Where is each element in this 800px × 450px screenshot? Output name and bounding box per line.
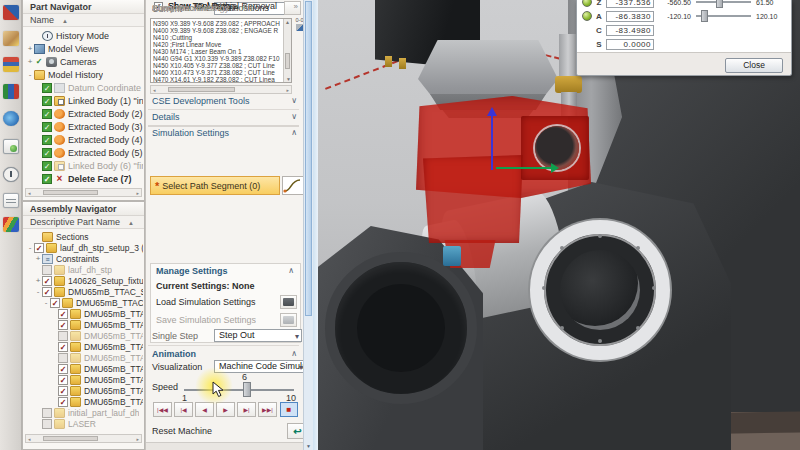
checkbox[interactable] xyxy=(42,122,52,132)
tree-row[interactable]: DMU65mB_TTAC xyxy=(24,341,143,352)
tree-row[interactable]: Linked Body (6) "finish_p xyxy=(24,159,143,172)
axis-slider[interactable] xyxy=(694,0,753,8)
go-to-end-button[interactable]: ▶▶| xyxy=(258,402,277,417)
tree-row[interactable]: DMU65mB_TTAC xyxy=(24,396,143,407)
assembly-navigator-column-header[interactable]: Descriptive Part Name xyxy=(23,216,144,229)
roles-icon[interactable] xyxy=(3,217,19,232)
nc-code-line[interactable]: N460 X10.473 Y-9.371 Z38.082 ; CUT Line xyxy=(153,69,282,76)
movie-capture-icon[interactable] xyxy=(3,57,19,72)
tree-row[interactable]: initial_part_lauf_dh xyxy=(24,407,143,418)
internet-icon[interactable] xyxy=(3,111,19,126)
history-icon[interactable] xyxy=(3,167,19,182)
axis-slider[interactable] xyxy=(694,10,753,22)
action-row[interactable]: Save Simulation Settings xyxy=(156,312,297,328)
nc-code-line[interactable]: N390 X9.389 Y-9.608 Z39.082 ; APPROACH xyxy=(153,20,282,27)
nc-code-line[interactable]: N430 M174 ; Laser Beam On 1 xyxy=(153,48,282,55)
tree-row[interactable]: + Constraints xyxy=(24,253,143,264)
tree-row[interactable]: DMU65mB_TTAC xyxy=(24,319,143,330)
action-row[interactable]: Simulation Settings xyxy=(152,0,301,16)
expander-icon[interactable]: - xyxy=(26,243,34,252)
checkbox[interactable] xyxy=(42,83,52,93)
dialog-scrollbar[interactable] xyxy=(303,0,313,450)
tree-row[interactable]: lauf_dh_stp xyxy=(24,264,143,275)
speed-slider-track[interactable] xyxy=(184,389,294,391)
tree-row[interactable]: DMU65mB_TTAC xyxy=(24,330,143,341)
horizontal-scrollbar[interactable] xyxy=(25,188,142,197)
nc-code-line[interactable]: N470 X14.61 Y-9.182 Z38.082 ; CUT Linea xyxy=(153,76,282,83)
nc-code-line[interactable]: N410 ;Cutting xyxy=(153,34,282,41)
nc-list-horizontal-scrollbar[interactable] xyxy=(150,85,292,94)
checkbox[interactable] xyxy=(58,386,68,396)
refresh-document-icon[interactable] xyxy=(3,139,19,154)
checkbox[interactable] xyxy=(42,419,52,429)
stop-button[interactable]: ■ xyxy=(280,402,298,417)
action-icon-button[interactable] xyxy=(280,313,297,327)
play-forward-button[interactable]: ▶ xyxy=(216,402,235,417)
expander-icon[interactable]: - xyxy=(34,287,42,296)
tree-row[interactable]: History Mode xyxy=(24,29,143,42)
select-path-segment-field[interactable]: Select Path Segment (0) xyxy=(150,176,280,195)
horizontal-scrollbar[interactable] xyxy=(25,434,142,443)
axis-value-field[interactable]: -83.4980 xyxy=(606,25,654,36)
tree-row[interactable]: DMU65mB_TTAC xyxy=(24,352,143,363)
group-details[interactable]: Details xyxy=(152,112,299,124)
nc-code-list[interactable]: N390 X9.389 Y-9.608 Z39.082 ; APPROACHN4… xyxy=(150,18,292,83)
reuse-library-icon[interactable] xyxy=(3,84,19,99)
expander-icon[interactable]: + xyxy=(26,44,34,53)
panel-resize-edge[interactable] xyxy=(313,0,318,450)
action-icon-button[interactable] xyxy=(284,1,301,15)
checkbox[interactable] xyxy=(42,135,52,145)
tree-row[interactable]: DMU65mB_TTAC xyxy=(24,374,143,385)
nc-code-line[interactable]: N400 X9.389 Y-9.608 Z38.082 ; ENGAGE R xyxy=(153,27,282,34)
tree-row[interactable]: Extracted Body (3) "AM F xyxy=(24,120,143,133)
tree-row[interactable]: - lauf_dh_stp_setup_3 (Order: C xyxy=(24,242,143,253)
checkbox[interactable] xyxy=(42,408,52,418)
command-finder-icon[interactable] xyxy=(3,5,19,20)
tree-row[interactable]: - Model History xyxy=(24,68,143,81)
notes-icon[interactable] xyxy=(3,193,19,208)
checkbox[interactable] xyxy=(58,309,68,319)
tree-row[interactable]: Datum Coordinate Syste xyxy=(24,81,143,94)
go-to-beginning-button[interactable]: |◀◀ xyxy=(153,402,172,417)
path-segment-curve-button[interactable] xyxy=(282,176,304,195)
nc-list-scrollbar[interactable] xyxy=(283,19,291,82)
checkbox[interactable] xyxy=(42,148,52,158)
checkbox[interactable] xyxy=(58,331,68,341)
expander-icon[interactable]: - xyxy=(42,298,50,307)
tree-row[interactable]: Extracted Body (2) "AM F xyxy=(24,107,143,120)
expander-icon[interactable]: + xyxy=(26,57,34,66)
hand-tool-icon[interactable] xyxy=(3,31,19,46)
axis-value-field[interactable]: 0.0000 xyxy=(606,39,654,50)
speed-slider-thumb[interactable] xyxy=(243,382,251,397)
tree-row[interactable]: Linked Body (1) "initial_p xyxy=(24,94,143,107)
tree-row[interactable]: DMU65mB_TTAC xyxy=(24,308,143,319)
checkbox[interactable] xyxy=(42,174,52,184)
axis-led-icon[interactable] xyxy=(582,0,592,7)
checkbox[interactable] xyxy=(58,364,68,374)
expander-icon[interactable]: - xyxy=(26,70,34,79)
checkbox[interactable] xyxy=(58,353,68,363)
axis-slider-thumb[interactable] xyxy=(701,10,708,22)
action-icon-button[interactable] xyxy=(280,295,297,309)
tree-row[interactable]: Delete Face (7) xyxy=(24,172,143,185)
tree-row[interactable]: - DMU65mB_TTAC_S840D xyxy=(24,286,143,297)
play-backward-button[interactable]: ◀ xyxy=(195,402,214,417)
checkbox[interactable] xyxy=(42,276,52,286)
checkbox[interactable] xyxy=(42,96,52,106)
close-button[interactable]: Close xyxy=(725,58,783,73)
step-forward-block-button[interactable]: ▶| xyxy=(237,402,256,417)
nc-code-line[interactable]: N420 ;First Linear Move xyxy=(153,41,282,48)
checkbox[interactable] xyxy=(34,57,44,67)
checkbox[interactable] xyxy=(58,342,68,352)
checkbox[interactable] xyxy=(42,265,52,275)
nc-code-line[interactable]: N450 X10.405 Y-9.377 Z38.082 ; CUT Line xyxy=(153,62,282,69)
axis-slider-thumb[interactable] xyxy=(716,0,723,8)
group-simulation-settings[interactable]: Simulation Settings xyxy=(152,128,299,140)
checkbox[interactable] xyxy=(42,161,52,171)
action-row[interactable]: Load Simulation Settings xyxy=(156,294,297,310)
axis-led-icon[interactable] xyxy=(582,11,592,21)
part-navigator-column-header[interactable]: Name xyxy=(23,14,144,27)
axis-value-field[interactable]: -337.536 xyxy=(606,0,654,8)
checkbox[interactable] xyxy=(58,320,68,330)
checkbox[interactable] xyxy=(50,298,60,308)
